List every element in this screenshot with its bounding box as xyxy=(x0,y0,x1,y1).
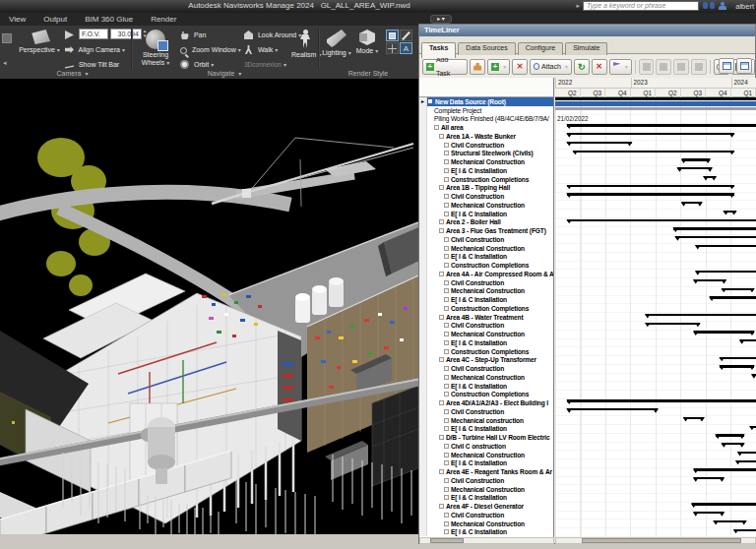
tree-expander-icon[interactable] xyxy=(444,254,449,259)
gantt-row[interactable] xyxy=(555,322,756,331)
row-selector-gutter[interactable] xyxy=(419,253,427,262)
row-selector-gutter[interactable] xyxy=(419,407,427,416)
row-selector-gutter[interactable] xyxy=(419,382,427,391)
row-selector-gutter[interactable] xyxy=(419,391,427,399)
gantt-row[interactable]: 21/02/2022 xyxy=(555,115,756,124)
task-row[interactable]: Mechanical Construction xyxy=(419,201,553,210)
row-selector-gutter[interactable] xyxy=(419,270,427,278)
gantt-row[interactable] xyxy=(555,97,756,106)
render-style-group-label[interactable]: Render Style xyxy=(318,69,418,79)
task-row[interactable]: E[ I & C Installation xyxy=(419,166,553,175)
tree-expander-icon[interactable] xyxy=(439,134,444,139)
gantt-row[interactable] xyxy=(555,476,756,485)
search-icon[interactable] xyxy=(703,2,715,10)
walk-button[interactable]: Walk▾ xyxy=(244,43,278,56)
auto-attach-button[interactable]: ↻ xyxy=(574,59,590,75)
tree-expander-icon[interactable] xyxy=(444,478,449,483)
row-selector-gutter[interactable] xyxy=(419,157,427,166)
row-selector-gutter[interactable] xyxy=(419,123,427,132)
task-row[interactable]: E[ I & C Installation xyxy=(419,494,553,503)
gantt-row[interactable] xyxy=(555,175,756,184)
gantt-row[interactable] xyxy=(555,494,756,503)
gantt-row[interactable] xyxy=(555,511,756,519)
task-row[interactable]: Area 4A - Air Compressed Room & A xyxy=(419,270,553,278)
row-selector-gutter[interactable] xyxy=(419,528,427,537)
row-selector-gutter[interactable] xyxy=(419,356,427,365)
gantt-row[interactable] xyxy=(555,226,756,235)
task-row[interactable]: Area 1B - Tipping Hall xyxy=(419,184,553,193)
gantt-row[interactable] xyxy=(555,451,756,459)
tree-expander-icon[interactable] xyxy=(439,400,444,405)
find-items-button[interactable]: ▾ xyxy=(609,59,632,75)
row-selector-gutter[interactable] xyxy=(419,141,427,150)
task-row[interactable]: Construction Completions xyxy=(419,391,553,399)
row-selector-gutter[interactable] xyxy=(419,398,427,407)
task-row[interactable]: Area 1A - Waste Bunker xyxy=(419,132,553,141)
task-row[interactable]: Civil C onstruction xyxy=(419,442,553,451)
ribbon-tab-bim-360-glue[interactable]: BIM 360 Glue xyxy=(76,13,142,24)
row-selector-gutter[interactable] xyxy=(419,115,427,124)
tree-expander-icon[interactable] xyxy=(444,513,449,518)
row-selector-gutter[interactable] xyxy=(419,210,427,218)
text-toggle[interactable]: A xyxy=(400,42,412,54)
task-row[interactable]: Mechanical Construction xyxy=(419,485,553,494)
tree-expander-icon[interactable] xyxy=(444,444,449,449)
attach-button[interactable]: Attach▾ xyxy=(530,59,572,75)
tree-expander-icon[interactable] xyxy=(439,357,444,362)
task-row[interactable]: Mechanical Construction xyxy=(419,519,553,528)
lighting-button[interactable]: Lighting▾ xyxy=(322,29,351,68)
row-selector-gutter[interactable] xyxy=(419,226,427,235)
task-row[interactable]: Mechanical Construction xyxy=(419,330,553,338)
gantt-row[interactable] xyxy=(555,416,756,425)
gantt-row[interactable] xyxy=(555,356,756,365)
row-selector-gutter[interactable] xyxy=(419,519,427,528)
row-selector-gutter[interactable] xyxy=(419,218,427,227)
row-selector-gutter[interactable] xyxy=(419,494,427,503)
gantt-row[interactable] xyxy=(555,166,756,175)
tree-expander-icon[interactable] xyxy=(434,125,439,130)
steering-wheels-button[interactable]: Steering Wheels▾ xyxy=(135,29,176,68)
row-selector-gutter[interactable] xyxy=(419,192,427,201)
quick-tool-icon[interactable] xyxy=(2,33,12,43)
gantt-row[interactable] xyxy=(555,157,756,166)
add-task-button[interactable]: Add Task xyxy=(422,59,468,75)
row-selector-gutter[interactable] xyxy=(419,175,427,184)
tree-expander-icon[interactable] xyxy=(439,185,444,190)
tree-expander-icon[interactable] xyxy=(439,228,444,233)
task-row[interactable]: Civil Construction xyxy=(419,407,553,416)
gantt-row[interactable] xyxy=(555,442,756,451)
task-row[interactable]: Mechanical construction xyxy=(419,416,553,425)
row-selector-gutter[interactable] xyxy=(419,347,427,356)
task-row[interactable]: Construction Completions xyxy=(419,175,553,184)
task-row[interactable]: Civil Construction xyxy=(419,235,553,244)
task-row[interactable]: D/B - Turbine Hall LV Room Electric xyxy=(419,433,553,442)
task-row[interactable]: Civil Construction xyxy=(419,511,553,519)
task-row[interactable]: All area xyxy=(419,123,553,132)
row-selector-gutter[interactable] xyxy=(419,295,427,304)
gantt-row[interactable] xyxy=(555,519,756,528)
tree-expander-icon[interactable] xyxy=(444,168,449,173)
tree-expander-icon[interactable] xyxy=(439,435,444,440)
tree-expander-icon[interactable] xyxy=(444,349,449,354)
task-row[interactable]: Mechanical Construction xyxy=(419,373,553,382)
task-row[interactable]: Civil Construction xyxy=(419,278,553,287)
task-row[interactable]: E[ I & C Installation xyxy=(419,295,553,304)
tree-expander-icon[interactable] xyxy=(439,315,444,320)
tree-expander-icon[interactable] xyxy=(444,288,449,293)
ribbon-tab-output[interactable]: Output xyxy=(34,13,76,24)
task-row[interactable]: Area 4F - Diesel Generator xyxy=(419,502,553,511)
move-up-button[interactable] xyxy=(639,59,655,75)
gantt-row[interactable] xyxy=(555,338,756,347)
gantt-row[interactable] xyxy=(555,261,756,270)
delete-task-button[interactable]: ✕ xyxy=(512,59,528,75)
row-selector-gutter[interactable] xyxy=(419,364,427,373)
tree-expander-icon[interactable] xyxy=(439,504,444,509)
tree-expander-icon[interactable] xyxy=(444,529,449,534)
navigate-group-label[interactable]: Navigate ▾ xyxy=(131,69,318,79)
task-row[interactable]: Civil Construction xyxy=(419,322,553,331)
task-row[interactable]: Area 4C - Step-Up Transformer xyxy=(419,356,553,365)
task-row[interactable]: E[ I & C Installation xyxy=(419,528,553,537)
tree-expander-icon[interactable] xyxy=(439,469,444,474)
task-row[interactable]: Mechanical Construction xyxy=(419,157,553,166)
show-gantt-button[interactable] xyxy=(719,58,734,74)
